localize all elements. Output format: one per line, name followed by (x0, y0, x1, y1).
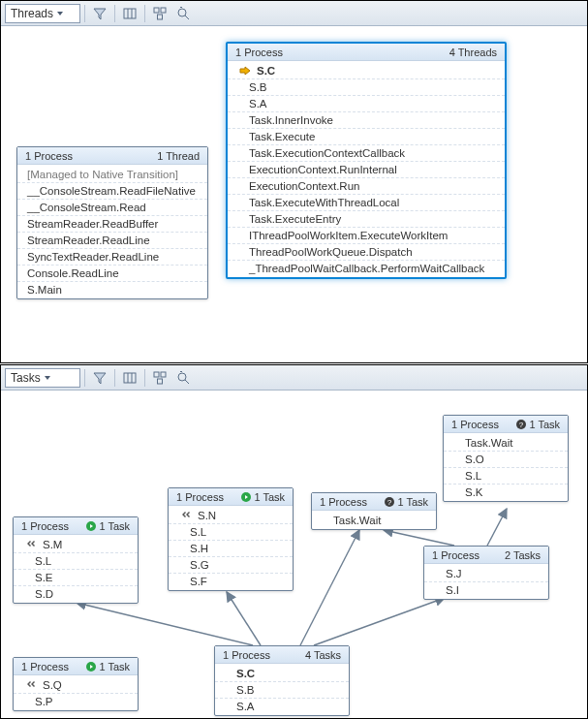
stack-frame[interactable]: S.G (169, 556, 293, 573)
stack-frame[interactable]: __ConsoleStream.Read (17, 199, 207, 215)
header-process-count: 1 Process (223, 649, 270, 661)
task-box[interactable]: 1 Process ? 1 Task Task.Wait (311, 492, 437, 530)
stack-frame[interactable]: Task.Wait (312, 512, 436, 528)
stack-frame[interactable]: S.B (215, 681, 349, 698)
box-body: S.N S.L S.H S.G S.F (169, 506, 293, 590)
frame-text: S.A (236, 701, 255, 712)
task-box[interactable]: 1 Process ? 1 Task Task.Wait S.O S.L S.K (443, 415, 569, 502)
frame-text: S.C (236, 668, 255, 679)
stack-frame[interactable]: ExecutionContext.Run (228, 177, 505, 194)
frame-text: ThreadPoolWorkQueue.Dispatch (249, 246, 413, 258)
frame-text: S.F (190, 576, 207, 587)
tasks-canvas[interactable]: 1 Process 1 Task S.M S.L S.E S.D 1 Proce… (1, 391, 587, 718)
filter-button[interactable] (89, 367, 110, 389)
box-body: S.Q S.P (14, 675, 138, 710)
stack-frame[interactable]: S.L (14, 552, 138, 569)
task-box[interactable]: 1 Process 4 Tasks S.C S.B S.A (214, 645, 350, 716)
stack-frame[interactable]: SyncTextReader.ReadLine (17, 248, 207, 265)
frame-text: S.E (35, 572, 53, 583)
frame-text: S.D (35, 588, 53, 600)
frame-text: StreamReader.ReadBuffer (27, 218, 158, 230)
frame-text: IThreadPoolWorkItem.ExecuteWorkItem (249, 230, 448, 241)
view-selector[interactable]: Threads (5, 4, 80, 23)
frame-text: __ConsoleStream.ReadFileNative (27, 185, 196, 197)
stack-frame[interactable]: S.C (215, 665, 349, 681)
box-body: [Managed to Native Transition] __Console… (17, 165, 207, 298)
svg-line-21 (487, 509, 507, 546)
frame-text: S.O (465, 453, 484, 465)
threads-canvas[interactable]: 1 Process 1 Thread [Managed to Native Tr… (1, 26, 587, 362)
column-button[interactable] (119, 367, 140, 389)
frame-text: S.M (43, 539, 62, 550)
layout-button[interactable] (149, 3, 170, 24)
threads-pane: Threads (0, 0, 588, 363)
task-box[interactable]: 1 Process 1 Task S.Q S.P (13, 657, 139, 711)
svg-line-16 (77, 603, 253, 645)
stack-frame[interactable]: S.J (424, 565, 548, 581)
stack-frame[interactable]: StreamReader.ReadLine (17, 232, 207, 248)
stack-frame[interactable]: S.Main (17, 281, 207, 297)
zoom-button[interactable] (172, 3, 194, 24)
threads-toolbar: Threads (1, 1, 587, 26)
stack-frame[interactable]: S.A (215, 698, 349, 714)
zoom-button[interactable] (172, 367, 194, 389)
task-box[interactable]: 1 Process 2 Tasks S.J S.I (423, 546, 549, 600)
stack-frame[interactable]: S.P (14, 693, 138, 709)
frame-text: [Managed to Native Transition] (27, 169, 178, 180)
expand-icon (23, 540, 39, 549)
stack-frame[interactable]: ThreadPoolWorkQueue.Dispatch (228, 243, 505, 260)
stack-frame[interactable]: S.L (444, 467, 568, 484)
stack-frame[interactable]: Task.Wait (444, 434, 568, 451)
stack-frame[interactable]: _ThreadPoolWaitCallback.PerformWaitCallb… (228, 260, 505, 276)
stack-frame[interactable]: Task.Execute (228, 128, 505, 144)
box-body: Task.Wait (312, 511, 436, 529)
frame-text: S.J (446, 568, 462, 579)
view-selector[interactable]: Tasks (5, 368, 80, 388)
frame-text: Task.Wait (333, 515, 381, 526)
box-header: 1 Process 1 Thread (17, 147, 207, 165)
stack-frame[interactable]: S.C (228, 62, 505, 78)
filter-button[interactable] (89, 3, 110, 24)
question-icon: ? (385, 497, 394, 507)
stack-frame[interactable]: IThreadPoolWorkItem.ExecuteWorkItem (228, 227, 505, 243)
toolbar-separator (84, 369, 85, 387)
stack-frame[interactable]: Task.ExecuteWithThreadLocal (228, 194, 505, 210)
stack-frame[interactable]: S.N (169, 507, 293, 523)
view-selector-value: Threads (11, 7, 53, 20)
thread-stack-box-selected[interactable]: 1 Process 4 Threads S.C S.B S.A Task.Inn… (226, 42, 507, 279)
layout-button[interactable] (149, 367, 170, 389)
column-button[interactable] (119, 3, 140, 24)
frame-text: Task.Execute (249, 131, 315, 142)
stack-frame[interactable]: S.K (444, 484, 568, 500)
header-process-count: 1 Process (451, 419, 499, 430)
stack-frame[interactable]: S.E (14, 569, 138, 585)
stack-frame[interactable]: Task.ExecuteEntry (228, 210, 505, 227)
stack-frame[interactable]: [Managed to Native Transition] (17, 166, 207, 182)
stack-frame[interactable]: StreamReader.ReadBuffer (17, 215, 207, 232)
stack-frame[interactable]: S.H (169, 540, 293, 556)
stack-frame[interactable]: __ConsoleStream.ReadFileNative (17, 182, 207, 199)
stack-frame[interactable]: Console.ReadLine (17, 265, 207, 281)
tasks-toolbar: Tasks (1, 365, 587, 391)
stack-frame[interactable]: S.L (169, 523, 293, 540)
stack-frame[interactable]: Task.ExecutionContextCallback (228, 144, 505, 161)
stack-frame[interactable]: S.D (14, 585, 138, 602)
svg-rect-4 (161, 8, 166, 13)
stack-frame[interactable]: S.F (169, 573, 293, 589)
thread-stack-box[interactable]: 1 Process 1 Thread [Managed to Native Tr… (16, 146, 208, 299)
task-box[interactable]: 1 Process 1 Task S.M S.L S.E S.D (13, 516, 139, 604)
stack-frame[interactable]: S.B (228, 78, 505, 95)
toolbar-separator (84, 5, 85, 22)
task-box[interactable]: 1 Process 1 Task S.N S.L S.H S.G S.F (168, 487, 294, 591)
stack-frame[interactable]: ExecutionContext.RunInternal (228, 161, 505, 177)
stack-frame[interactable]: S.Q (14, 676, 138, 693)
stack-frame[interactable]: S.M (14, 536, 138, 552)
stack-frame[interactable]: S.A (228, 95, 505, 111)
box-header: 1 Process 4 Threads (228, 44, 505, 61)
play-icon (241, 492, 251, 502)
frame-text: _ThreadPoolWaitCallback.PerformWaitCallb… (249, 263, 484, 274)
stack-frame[interactable]: S.I (424, 581, 548, 598)
stack-frame[interactable]: S.O (444, 451, 568, 467)
header-task-count: 2 Tasks (505, 549, 541, 561)
stack-frame[interactable]: Task.InnerInvoke (228, 111, 505, 128)
